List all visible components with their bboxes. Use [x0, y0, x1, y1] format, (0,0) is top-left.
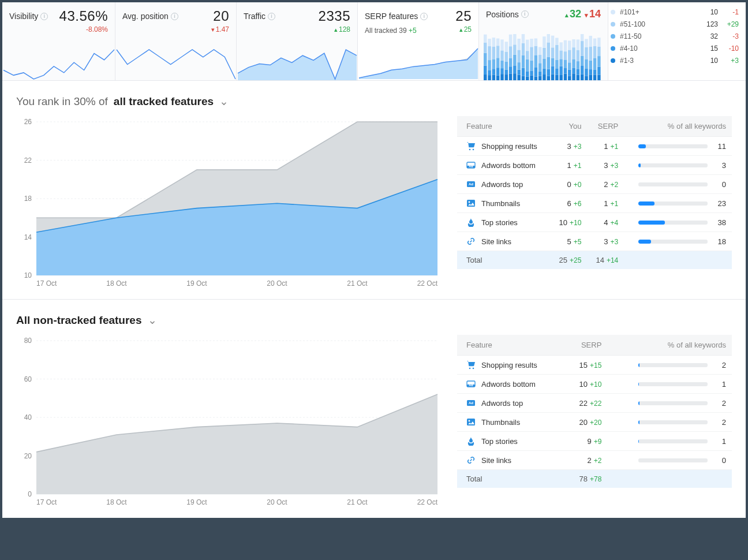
svg-rect-109 — [572, 39, 575, 47]
th-you[interactable]: You — [551, 116, 588, 137]
legend-item[interactable]: #51-100 123 +29 — [611, 20, 739, 28]
nontracked-title[interactable]: All non-tracked features ⌄ — [16, 313, 732, 327]
feature-name: Shopping results — [481, 361, 537, 369]
svg-rect-100 — [568, 76, 571, 80]
legend-item[interactable]: #11-50 32 -3 — [611, 32, 739, 40]
total-row: Total 25+25 14+14 — [457, 251, 732, 270]
svg-rect-116 — [581, 66, 584, 74]
chevron-down-icon: ⌄ — [148, 313, 157, 327]
feature-name: Thumbnails — [481, 199, 520, 208]
svg-rect-188 — [467, 419, 475, 425]
svg-point-156 — [469, 149, 471, 151]
serp-cell: 2+2 — [565, 451, 608, 470]
svg-rect-29 — [505, 42, 508, 51]
svg-rect-76 — [547, 69, 551, 76]
svg-rect-91 — [559, 66, 563, 75]
th-feature[interactable]: Feature — [457, 116, 551, 137]
legend-delta: -3 — [723, 32, 739, 40]
serp-cell: 20+20 — [565, 413, 608, 432]
table-row[interactable]: Site links 5+5 3+3 18 — [457, 232, 732, 251]
svg-point-181 — [469, 368, 471, 369]
serp-value: 25 — [455, 8, 472, 24]
summary-cards: Visibilityi 43.56% -8.08% Avg. positioni… — [2, 2, 746, 81]
info-icon[interactable]: i — [268, 13, 275, 20]
feature-name: Adwords top — [481, 399, 523, 408]
legend-item[interactable]: #101+ 10 -1 — [611, 8, 739, 16]
th-serp[interactable]: SERP — [587, 116, 624, 137]
svg-rect-117 — [581, 56, 584, 66]
svg-rect-0 — [484, 74, 487, 80]
svg-rect-2 — [484, 53, 487, 66]
legend-label: #101+ — [620, 8, 696, 16]
svg-rect-1 — [484, 66, 487, 74]
svg-text:21 Oct: 21 Oct — [347, 279, 368, 288]
th-feature[interactable]: Feature — [457, 335, 565, 356]
svg-rect-106 — [572, 68, 575, 73]
th-pct[interactable]: % of all keywords — [624, 116, 732, 137]
svg-rect-97 — [564, 59, 567, 68]
you-cell: 6+6 — [551, 194, 588, 213]
cart-icon — [466, 360, 476, 369]
table-row[interactable]: Top stories 10+10 4+4 38 — [457, 213, 732, 232]
table-row[interactable]: Shopping results 3+3 1+1 11 — [457, 137, 732, 156]
legend-dot-icon — [611, 34, 615, 39]
you-cell: 1+1 — [551, 156, 588, 175]
legend-dot-icon — [611, 10, 615, 14]
table-row[interactable]: Shopping results 15+15 2 — [457, 356, 732, 375]
table-row[interactable]: AdAdwords top 0+0 2+2 0 — [457, 175, 732, 194]
pct-value: 1 — [713, 380, 726, 389]
serp-subright: 25 — [459, 25, 472, 35]
table-row[interactable]: Thumbnails 20+20 2 — [457, 413, 732, 432]
section-tracked: You rank in 30% of all tracked features … — [2, 81, 746, 300]
serp-cell: 2+2 — [587, 175, 624, 194]
tracked-title-prefix: You rank in 30% of — [16, 95, 108, 108]
legend-item[interactable]: #4-10 15 -10 — [611, 44, 739, 53]
svg-rect-82 — [551, 58, 555, 66]
card-visibility[interactable]: Visibilityi 43.56% -8.08% — [2, 2, 115, 80]
tracked-title[interactable]: You rank in 30% of all tracked features … — [16, 95, 732, 108]
svg-rect-128 — [589, 47, 593, 61]
serp-cell: 4+4 — [587, 213, 624, 232]
card-avg-position[interactable]: Avg. positioni 20 1.47 — [115, 2, 237, 80]
table-row[interactable]: Top stories 9+9 1 — [457, 432, 732, 451]
svg-rect-37 — [513, 55, 517, 66]
table-row[interactable]: AdAdwords bottom 1+1 3+3 3 — [457, 156, 732, 175]
info-icon[interactable]: i — [171, 13, 178, 20]
table-row[interactable]: Thumbnails 6+6 1+1 23 — [457, 194, 732, 213]
info-icon[interactable]: i — [521, 10, 529, 18]
svg-rect-54 — [526, 40, 529, 51]
svg-rect-73 — [543, 48, 546, 59]
table-row[interactable]: AdAdwords top 22+22 2 — [457, 394, 732, 413]
svg-rect-67 — [538, 63, 542, 71]
svg-rect-99 — [564, 40, 567, 51]
info-icon[interactable]: i — [40, 13, 48, 20]
svg-rect-34 — [509, 35, 513, 46]
svg-rect-23 — [500, 50, 504, 60]
link-icon — [466, 237, 476, 246]
serp-label: SERP features — [365, 12, 418, 21]
card-positions[interactable]: Positionsi 32 14 — [479, 2, 608, 80]
card-serp-features[interactable]: SERP featuresi 25 All tracked 39 +5 25 — [358, 2, 479, 80]
svg-text:Ad: Ad — [469, 401, 473, 405]
svg-rect-20 — [500, 74, 504, 80]
th-pct[interactable]: % of all keywords — [607, 335, 732, 356]
svg-text:10: 10 — [24, 271, 32, 279]
svg-text:20: 20 — [24, 452, 32, 460]
legend-item[interactable]: #1-3 10 +3 — [611, 57, 739, 65]
svg-text:18 Oct: 18 Oct — [106, 498, 127, 506]
svg-rect-35 — [513, 73, 517, 80]
tracked-title-strong: all tracked features — [114, 95, 214, 108]
th-serp[interactable]: SERP — [565, 335, 608, 356]
svg-text:26: 26 — [24, 118, 32, 126]
table-row[interactable]: AdAdwords bottom 10+10 1 — [457, 375, 732, 394]
traffic-delta: 128 — [244, 25, 350, 33]
svg-rect-47 — [522, 55, 525, 68]
info-icon[interactable]: i — [420, 13, 428, 20]
table-row[interactable]: Site links 2+2 0 — [457, 451, 732, 470]
link-icon — [466, 456, 476, 465]
serp-sparkline — [358, 47, 479, 79]
card-traffic[interactable]: Traffici 2335 128 — [237, 2, 358, 80]
svg-rect-113 — [577, 50, 580, 62]
fire-icon — [466, 436, 476, 446]
svg-point-157 — [473, 149, 474, 151]
